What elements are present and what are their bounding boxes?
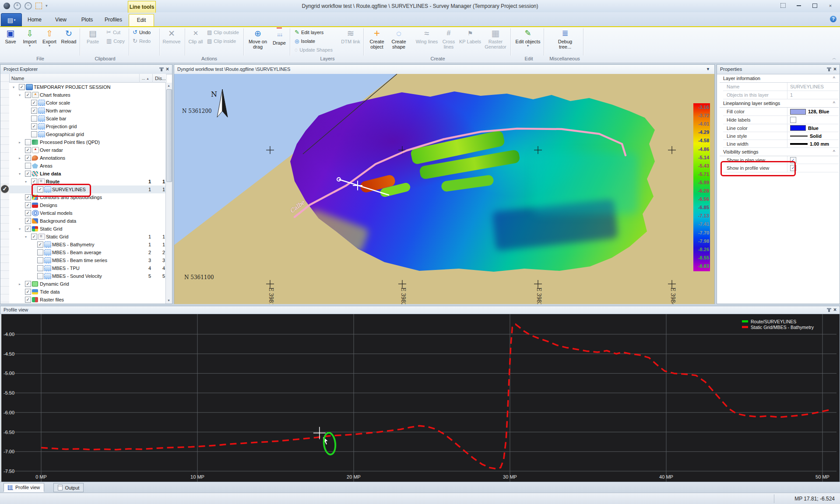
tree-row-dynamic-grid[interactable]: ▸✓Dynamic Grid: [9, 280, 166, 288]
close-button[interactable]: ×: [826, 2, 835, 9]
tree-row-designs[interactable]: ✓Designs: [9, 201, 166, 209]
line-color-swatch[interactable]: [790, 125, 806, 131]
tree-row-mbes-tpu[interactable]: MBES - TPU44: [9, 264, 166, 272]
property-row-fill-color[interactable]: Fill color 128, Blue: [723, 108, 839, 116]
clip-all-button[interactable]: ✕Clip all: [186, 28, 205, 55]
import-button[interactable]: ⇩Import▾: [20, 28, 39, 55]
tree-row-mbes-sound-velocity[interactable]: MBES - Sound Velocity55: [9, 272, 166, 280]
application-menu-button[interactable]: ▤▾: [1, 13, 22, 27]
reload-button[interactable]: ↻Reload: [60, 28, 78, 55]
update-shapes-button[interactable]: ◌Update Shapes: [293, 46, 338, 54]
move-on-drag-button[interactable]: ⊕Move on drag: [246, 28, 270, 55]
tree-row-raster-files[interactable]: ✓Raster files: [9, 296, 166, 304]
section-layer-information[interactable]: Layer information^: [720, 74, 839, 83]
visibility-checkbox[interactable]: ✓: [25, 210, 31, 216]
visibility-checkbox[interactable]: ✓: [25, 289, 31, 295]
property-row-line-color[interactable]: Line color Blue: [723, 124, 839, 132]
visibility-checkbox[interactable]: [37, 249, 43, 256]
tree-row-annotations[interactable]: ▸✓Annotations: [9, 154, 166, 162]
tree-row-color-scale[interactable]: ✓Color scale: [9, 99, 166, 107]
property-row-line-width[interactable]: Line width 1.00 mm: [723, 140, 839, 148]
dtm-link-button[interactable]: ≋DTM link: [339, 28, 362, 55]
scrollbar-thumb[interactable]: [166, 89, 172, 182]
visibility-checkbox[interactable]: ✓: [25, 147, 31, 153]
column-name[interactable]: Name: [9, 74, 140, 83]
visibility-checkbox[interactable]: [25, 163, 31, 169]
copy-button[interactable]: ▥Copy: [105, 37, 130, 45]
visibility-checkbox[interactable]: ✓: [31, 234, 37, 240]
visibility-checkbox[interactable]: ✓: [25, 92, 31, 98]
tree-row-geographical-grid[interactable]: Geographical grid: [9, 130, 166, 138]
dropdown-arrow-icon[interactable]: ▾: [29, 44, 31, 47]
tree-row-temporary-project-session[interactable]: ▾✓TEMPORARY PROJECT SESSION: [9, 83, 166, 91]
collapse-section-icon[interactable]: ^: [833, 148, 835, 156]
collapse-section-icon[interactable]: ^: [833, 74, 835, 83]
tree-row-static-grid[interactable]: ▾✓Static Grid: [9, 225, 166, 233]
cut-button[interactable]: ✂Cut: [105, 28, 128, 36]
column-dis[interactable]: Dis...: [153, 74, 167, 83]
expand-icon[interactable]: ▸: [19, 140, 21, 144]
column-more[interactable]: ... ▲: [140, 74, 153, 83]
collapse-ribbon-icon[interactable]: ︿: [832, 55, 836, 61]
visibility-checkbox[interactable]: ✓: [19, 84, 25, 90]
visibility-checkbox[interactable]: [31, 116, 37, 122]
map-canvas[interactable]: N N 5361200 N 5361100 E 398100E 398200E …: [174, 74, 714, 304]
tree-row-vertical-models[interactable]: ✓Vertical models: [9, 209, 166, 217]
hide-labels-checkbox[interactable]: [790, 117, 796, 123]
tree-row-background-data[interactable]: ✓Background data: [9, 217, 166, 225]
visibility-checkbox[interactable]: ✓: [25, 297, 31, 303]
collapse-section-icon[interactable]: ^: [833, 99, 835, 108]
tree-row-projection-grid[interactable]: ✓Projection grid: [9, 122, 166, 130]
tab-profiles[interactable]: Profiles: [101, 14, 126, 26]
help-icon[interactable]: ?: [830, 16, 836, 22]
tree-scrollbar[interactable]: ▲ ▼: [165, 83, 172, 304]
tree-row-north-arrow[interactable]: ✓North arrow: [9, 107, 166, 115]
tree-row-areas[interactable]: Areas: [9, 162, 166, 170]
tree-row-line-data[interactable]: ▾✓Line data: [9, 170, 166, 178]
expand-icon[interactable]: ▸: [19, 156, 21, 160]
edit-objects-button[interactable]: ✎Edit objects▾: [514, 28, 542, 55]
fill-color-swatch[interactable]: [790, 109, 806, 115]
visibility-checkbox[interactable]: ✓: [37, 242, 43, 248]
kp-labels-button[interactable]: ⚑KP Labels: [459, 28, 482, 55]
visibility-checkbox[interactable]: ✓: [25, 281, 31, 287]
section-visibility[interactable]: Visibility settings^: [720, 148, 839, 156]
minimize-button[interactable]: [794, 2, 803, 9]
visibility-checkbox[interactable]: ✓: [31, 108, 37, 114]
tab-plots[interactable]: Plots: [75, 14, 99, 26]
panel-close-icon[interactable]: ×: [833, 307, 836, 313]
create-object-button[interactable]: +Create object: [367, 28, 387, 55]
clip-inside-button[interactable]: ▧Clip inside: [206, 37, 242, 45]
profile-chart[interactable]: -4.00-4.50-5.00-5.50-6.00-6.50-7.00-7.50…: [1, 314, 840, 482]
tree-row-over-radar[interactable]: ✓Over radar: [9, 146, 166, 154]
visibility-checkbox[interactable]: [37, 273, 43, 279]
edit-layers-button[interactable]: ✎Edit layers: [293, 28, 330, 36]
maximize-button[interactable]: [810, 2, 819, 9]
collapse-icon[interactable]: ▾: [25, 235, 27, 239]
remove-button[interactable]: ✕Remove: [161, 28, 182, 55]
tree-row-scale-bar[interactable]: Scale bar: [9, 115, 166, 122]
scroll-down-icon[interactable]: ▼: [166, 298, 172, 304]
tree-row-static-grid[interactable]: ▾✓Static Grid11: [9, 233, 166, 241]
visibility-checkbox[interactable]: ✓: [31, 123, 37, 130]
pin-icon[interactable]: [828, 67, 830, 71]
section-lineplanning[interactable]: Lineplanning layer settings^: [720, 99, 839, 108]
tab-edit[interactable]: Edit: [129, 14, 154, 26]
isolate-button[interactable]: ◎Isolate: [293, 37, 322, 45]
tab-home[interactable]: Home: [23, 14, 46, 26]
visibility-checkbox[interactable]: [37, 265, 43, 271]
collapse-icon[interactable]: ▾: [25, 180, 27, 184]
tree-row-processed-point-files-qpd-[interactable]: ▸Processed Point files (QPD): [9, 138, 166, 146]
tree-row-chart-features[interactable]: ▾✓Chart features: [9, 91, 166, 99]
visibility-checkbox[interactable]: ✓: [25, 226, 31, 232]
save-button[interactable]: ▣Save: [2, 28, 19, 55]
visibility-checkbox[interactable]: ✓: [25, 194, 31, 200]
visibility-checkbox[interactable]: [37, 257, 43, 263]
panel-close-icon[interactable]: ×: [833, 66, 836, 72]
create-shape-button[interactable]: ◌Create shape: [389, 28, 409, 55]
dropdown-arrow-icon[interactable]: ▾: [527, 44, 529, 47]
scroll-up-icon[interactable]: ▲: [166, 83, 172, 89]
redo-button[interactable]: ↻Redo: [131, 37, 158, 45]
visibility-checkbox[interactable]: ✓: [31, 100, 37, 106]
visibility-checkbox[interactable]: [31, 131, 37, 137]
